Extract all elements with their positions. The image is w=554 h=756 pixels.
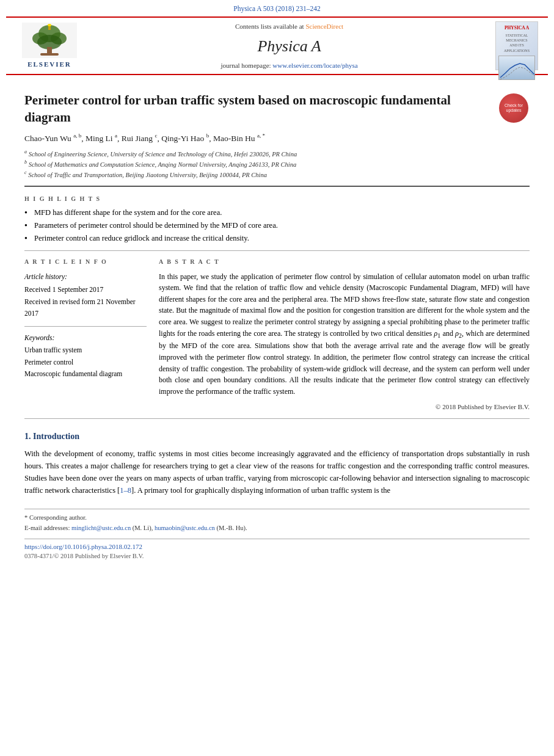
authors-line: Chao-Yun Wu a, b, Ming Li a, Rui Jiang c… [24, 132, 530, 145]
keyword-3: Macroscopic fundamental diagram [24, 368, 147, 380]
homepage-url[interactable]: www.elsevier.com/locate/physa [272, 62, 357, 69]
journal-thumbnail: PHYSICA A STATISTICAL MECHANICSAND ITS A… [495, 21, 538, 70]
check-badge-label: Check for updates [501, 103, 526, 114]
intro-heading: 1. Introduction [24, 430, 530, 443]
journal-name: Physica A [89, 34, 489, 58]
email-link-1[interactable]: minglicht@ustc.edu.cn [71, 525, 131, 531]
abstract-text: In this paper, we study the application … [159, 271, 530, 398]
contents-text: Contents lists available at [235, 23, 304, 30]
journal-center-info: Contents lists available at ScienceDirec… [89, 21, 489, 70]
footnote-star: * Corresponding author. [24, 513, 530, 523]
history-label: Article history: [24, 271, 147, 283]
homepage-label: journal homepage: [221, 62, 271, 69]
ref-link-1-8[interactable]: 1–8 [120, 486, 131, 495]
svg-rect-6 [40, 53, 59, 56]
revised-date: Received in revised form 21 November 201… [24, 298, 136, 318]
doi-bar: Physica A 503 (2018) 231–242 [0, 0, 554, 16]
abstract-label: A B S T R A C T [159, 257, 530, 266]
affiliation-a: a School of Engineering Science, Univers… [24, 148, 530, 159]
footnote-email: E-mail addresses: minglicht@ustc.edu.cn … [24, 523, 530, 534]
license-line: 0378-4371/© 2018 Published by Elsevier B… [24, 551, 530, 561]
elsevier-logo: ELSEVIER [16, 23, 83, 70]
abstract-column: A B S T R A C T In this paper, we study … [159, 257, 530, 412]
highlight-item-3: Perimeter control can reduce gridlock an… [24, 233, 530, 244]
received-date: Received 1 September 2017 [24, 286, 103, 293]
keyword-1: Urban traffic system [24, 344, 147, 357]
contents-available-line: Contents lists available at ScienceDirec… [89, 21, 489, 32]
copyright-line: © 2018 Published by Elsevier B.V. [159, 402, 530, 412]
main-divider [24, 186, 530, 187]
affiliations: a School of Engineering Science, Univers… [24, 148, 530, 180]
email-link-2[interactable]: humaobin@ustc.edu.cn [155, 525, 215, 531]
keywords-label: Keywords: [24, 333, 147, 343]
keyword-2: Perimeter control [24, 357, 147, 369]
doi-link[interactable]: https://doi.org/10.1016/j.physa.2018.02.… [24, 543, 142, 550]
intro-text: With the development of economy, traffic… [24, 448, 530, 496]
elsevier-brand-text: ELSEVIER [27, 59, 71, 70]
doi-text: Physica A 503 (2018) 231–242 [233, 5, 320, 12]
article-info-label: A R T I C L E I N F O [24, 257, 147, 266]
highlights-list: MFD has different shape for the system a… [24, 207, 530, 244]
article-info-abstract: A R T I C L E I N F O Article history: R… [24, 257, 530, 412]
svg-point-8 [48, 24, 51, 26]
introduction-section: 1. Introduction With the development of … [24, 430, 530, 496]
sciencedirect-link[interactable]: ScienceDirect [305, 23, 343, 30]
bottom-bar: https://doi.org/10.1016/j.physa.2018.02.… [24, 539, 530, 561]
highlight-item-1: MFD has different shape for the system a… [24, 207, 530, 219]
affiliation-c: c School of Traffic and Transportation, … [24, 169, 530, 180]
highlight-item-2: Parameters of perimeter control should b… [24, 220, 530, 231]
section-divider-1 [24, 250, 530, 251]
article-title-section: Perimeter control for urban traffic syst… [24, 92, 530, 126]
footnote-section: * Corresponding author. E-mail addresses… [24, 509, 530, 534]
highlights-label: H I G H L I G H T S [24, 194, 530, 203]
section-divider-2 [24, 418, 530, 419]
highlighted-that: that [210, 283, 221, 292]
article-info-column: A R T I C L E I N F O Article history: R… [24, 257, 147, 412]
bottom-doi: https://doi.org/10.1016/j.physa.2018.02.… [24, 542, 530, 552]
page: Physica A 503 (2018) 231–242 ELSEV [0, 0, 554, 756]
keywords-list: Urban traffic system Perimeter control M… [24, 344, 147, 380]
article-history: Article history: Received 1 September 20… [24, 271, 147, 320]
article-title: Perimeter control for urban traffic syst… [24, 92, 489, 126]
check-update-badge: Check for updates [498, 92, 530, 124]
affiliation-b: b School of Mathematics and Computation … [24, 159, 530, 169]
journal-header: ELSEVIER Contents lists available at Sci… [6, 16, 548, 75]
journal-homepage: journal homepage: www.elsevier.com/locat… [89, 60, 489, 71]
main-content: Perimeter control for urban traffic syst… [0, 75, 554, 567]
elsevier-tree-icon [22, 23, 77, 58]
